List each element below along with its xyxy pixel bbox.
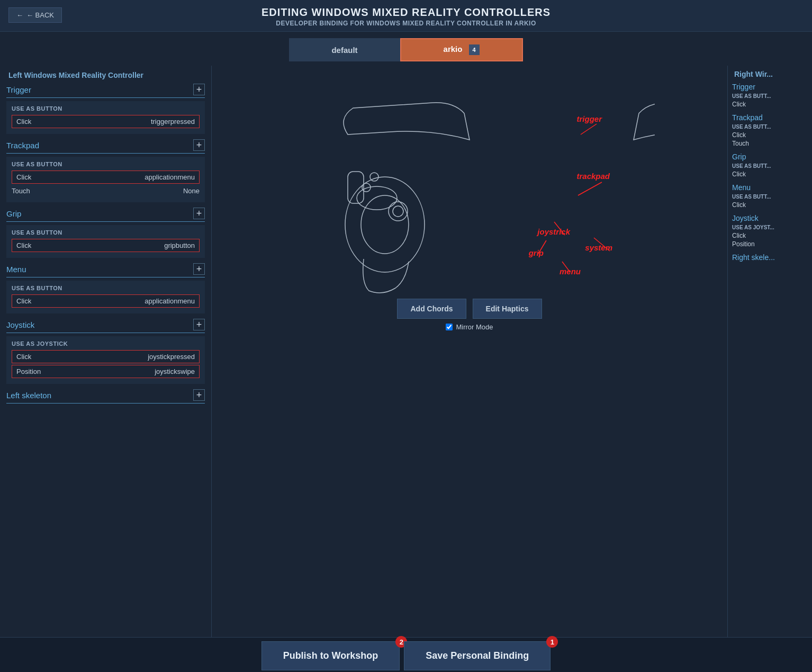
center-buttons: Add Chords Edit Haptics [397, 299, 542, 319]
save-button[interactable]: Save Personal Binding [404, 641, 551, 670]
right-menu-click: Click [732, 201, 808, 209]
trackpad-click-row[interactable]: Click applicationmenu [12, 171, 200, 184]
section-trigger-header: Trigger + [6, 84, 205, 98]
grip-click-row[interactable]: Click gripbutton [12, 239, 200, 252]
right-skeleton-title: Right skele... [732, 253, 808, 262]
svg-point-4 [393, 206, 403, 217]
grip-binding-box: USE AS BUTTON Click gripbutton [6, 225, 205, 258]
section-joystick: Joystick + USE AS JOYSTICK Click joystic… [6, 319, 205, 384]
mirror-mode-checkbox[interactable] [446, 324, 453, 330]
section-grip-add[interactable]: + [193, 208, 205, 219]
trigger-click-val: triggerpressed [151, 118, 195, 126]
right-joystick-click: Click [732, 232, 808, 239]
right-grip-title: Grip [732, 153, 808, 161]
right-section-skeleton: Right skele... [732, 253, 808, 262]
section-trackpad-title: Trackpad [6, 141, 39, 150]
publish-button[interactable]: Publish to Workshop [261, 641, 400, 670]
publish-button-wrapper: Publish to Workshop 2 [259, 641, 402, 670]
right-trigger-title: Trigger [732, 83, 808, 91]
right-joystick-position: Position [732, 240, 808, 248]
section-left-skeleton: Left skeleton + [6, 389, 205, 404]
right-section-joystick: Joystick USE AS JOYST... Click Position [732, 214, 808, 248]
section-menu-title: Menu [6, 265, 26, 274]
trigger-click-key: Click [16, 118, 31, 126]
tab-bar: default arkio 4 [0, 32, 812, 66]
section-grip: Grip + USE AS BUTTON Click gripbutton [6, 208, 205, 258]
svg-point-3 [389, 202, 408, 221]
right-trackpad-title: Trackpad [732, 113, 808, 122]
add-chords-button[interactable]: Add Chords [397, 299, 466, 319]
page-subtitle: DEVELOPER BINDING FOR WINDOWS MIXED REAL… [0, 20, 812, 27]
right-menu-title: Menu [732, 183, 808, 192]
center-panel: trigger trackpad joystrick grip menu sys… [212, 66, 727, 637]
svg-line-17 [578, 182, 602, 195]
section-grip-header: Grip + [6, 208, 205, 222]
section-grip-title: Grip [6, 209, 21, 218]
page-title: EDITING WINDOWS MIXED REALITY CONTROLLER… [0, 6, 812, 19]
tab-default[interactable]: default [289, 38, 400, 61]
section-menu: Menu + USE AS BUTTON Click applicationme… [6, 263, 205, 313]
section-trigger-add[interactable]: + [193, 84, 205, 95]
right-panel-title: Right Wir... [732, 70, 808, 78]
right-grip-label: USE AS BUTT... [732, 163, 808, 169]
page-header: ← ← BACK EDITING WINDOWS MIXED REALITY C… [0, 0, 812, 32]
right-grip-click: Click [732, 171, 808, 178]
trackpad-touch-row: Touch None [12, 185, 200, 196]
edit-haptics-button[interactable]: Edit Haptics [473, 299, 542, 319]
tab-arkio-label: arkio [444, 44, 463, 53]
menu-binding-box: USE AS BUTTON Click applicationmenu [6, 281, 205, 313]
joystrick-label: joystrick [537, 227, 570, 236]
section-trigger-title: Trigger [6, 85, 31, 94]
system-label: system [585, 243, 612, 252]
section-trackpad-header: Trackpad + [6, 139, 205, 154]
controller-svg [284, 71, 655, 293]
trigger-binding-box: USE AS BUTTON Click triggerpressed [6, 101, 205, 134]
controller-area: trigger trackpad joystrick grip menu sys… [284, 71, 655, 293]
joystick-click-row[interactable]: Click joystickpressed [12, 350, 200, 363]
section-joystick-add[interactable]: + [193, 319, 205, 330]
right-joystick-label: USE AS JOYST... [732, 225, 808, 230]
right-section-trigger: Trigger USE AS BUTT... Click [732, 83, 808, 108]
right-trackpad-click: Click [732, 131, 808, 139]
svg-point-0 [345, 177, 425, 272]
right-trigger-label: USE AS BUTT... [732, 93, 808, 99]
menu-binding-label: USE AS BUTTON [12, 285, 200, 291]
right-section-trackpad: Trackpad USE AS BUTT... Click Touch [732, 113, 808, 147]
back-arrow-icon: ← [16, 11, 23, 19]
left-panel-title: Left Windows Mixed Reality Controller [6, 71, 205, 79]
save-button-wrapper: Save Personal Binding 1 [402, 641, 553, 670]
trigger-click-row[interactable]: Click triggerpressed [12, 115, 200, 128]
back-button[interactable]: ← ← BACK [8, 7, 62, 23]
joystick-binding-label: USE AS JOYSTICK [12, 341, 200, 347]
tab-arkio[interactable]: arkio 4 [400, 38, 523, 61]
grip-label: grip [529, 248, 544, 257]
svg-rect-5 [348, 172, 364, 203]
main-layout: Left Windows Mixed Reality Controller Tr… [0, 66, 812, 637]
section-menu-header: Menu + [6, 263, 205, 277]
section-trackpad-add[interactable]: + [193, 139, 205, 151]
menu-click-row[interactable]: Click applicationmenu [12, 294, 200, 308]
section-menu-add[interactable]: + [193, 263, 205, 275]
trigger-binding-label: USE AS BUTTON [12, 105, 200, 112]
menu-label: menu [560, 267, 581, 276]
back-label: ← BACK [26, 11, 54, 19]
right-trigger-click: Click [732, 101, 808, 108]
joystick-position-row[interactable]: Position joystickswipe [12, 365, 200, 378]
right-section-menu: Menu USE AS BUTT... Click [732, 183, 808, 209]
mirror-mode-row: Mirror Mode [446, 323, 493, 331]
right-joystick-title: Joystick [732, 214, 808, 222]
svg-line-16 [581, 124, 597, 135]
joystick-binding-box: USE AS JOYSTICK Click joystickpressed Po… [6, 336, 205, 384]
right-menu-label: USE AS BUTT... [732, 194, 808, 200]
save-badge: 1 [546, 636, 558, 648]
section-skeleton-title: Left skeleton [6, 391, 51, 400]
trigger-label: trigger [576, 114, 602, 123]
tab-arkio-badge: 4 [469, 44, 480, 55]
trackpad-binding-box: USE AS BUTTON Click applicationmenu Touc… [6, 157, 205, 202]
right-trackpad-touch: Touch [732, 140, 808, 147]
section-skeleton-add[interactable]: + [193, 389, 205, 401]
trackpad-label: trackpad [576, 172, 610, 181]
grip-binding-label: USE AS BUTTON [12, 229, 200, 236]
section-trigger: Trigger + USE AS BUTTON Click triggerpre… [6, 84, 205, 134]
right-section-grip: Grip USE AS BUTT... Click [732, 153, 808, 178]
